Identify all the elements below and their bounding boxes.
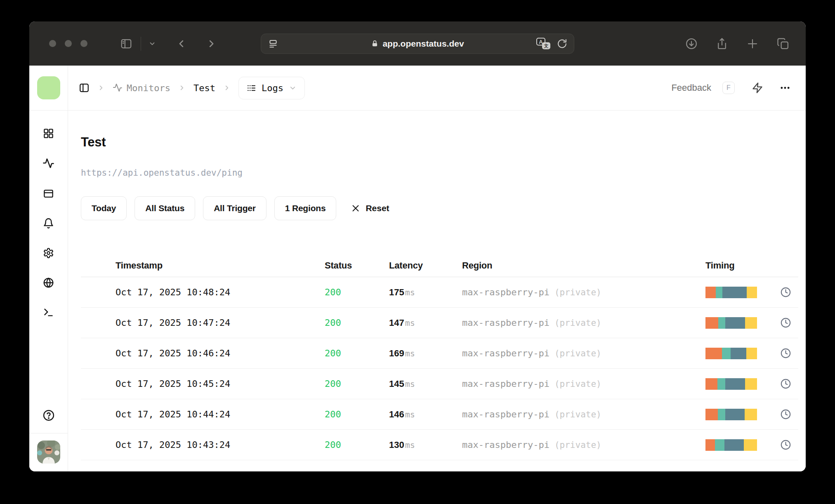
timing-segment — [744, 439, 757, 451]
table-row[interactable]: Oct 17, 2025 10:45:24 200 145ms max-rasp… — [81, 369, 798, 399]
forward-icon[interactable] — [205, 38, 217, 49]
timing-segment — [705, 348, 722, 359]
timing-bar — [705, 378, 757, 390]
timing-bar — [705, 348, 757, 359]
row-status-code: 200 — [325, 379, 389, 389]
row-latency-unit: ms — [405, 318, 415, 328]
panel-toggle-icon[interactable] — [79, 82, 90, 93]
row-region-visibility: (private) — [554, 379, 601, 389]
clock-icon[interactable] — [780, 409, 791, 420]
row-latency-value: 130 — [389, 440, 404, 450]
log-table-header: Timestamp Status Latency Region Timing — [81, 254, 798, 277]
breadcrumb-monitor-name[interactable]: Test — [193, 83, 215, 93]
downloads-icon[interactable] — [685, 38, 698, 50]
chevron-right-icon — [97, 84, 105, 92]
chevron-right-icon — [223, 84, 231, 92]
clock-icon[interactable] — [780, 317, 791, 328]
filter-regions[interactable]: 1 Regions — [274, 196, 337, 220]
filter-trigger[interactable]: All Trigger — [203, 196, 267, 220]
more-options-icon[interactable] — [779, 82, 791, 94]
zoom-button[interactable] — [80, 40, 87, 47]
table-row[interactable]: Oct 17, 2025 10:46:24 200 169ms max-rasp… — [81, 338, 798, 369]
row-region: max-raspberry-pi — [462, 440, 550, 450]
timing-segment — [746, 348, 757, 359]
row-timestamp: Oct 17, 2025 10:44:24 — [116, 409, 325, 419]
timing-segment — [716, 287, 722, 298]
reset-filters-button[interactable]: Reset — [351, 203, 389, 213]
table-row[interactable]: Oct 17, 2025 10:44:24 200 146ms max-rasp… — [81, 399, 798, 430]
row-latency-value: 146 — [389, 409, 404, 420]
col-timestamp: Timestamp — [116, 260, 325, 271]
sidebar-toggle-icon[interactable] — [120, 38, 132, 50]
workspace-logo[interactable] — [37, 76, 60, 99]
notifications-bell-icon[interactable] — [43, 218, 54, 229]
url-text: app.openstatus.dev — [382, 39, 464, 49]
share-icon[interactable] — [716, 38, 728, 50]
desktop-background: app.openstatus.dev A 文 — [0, 0, 835, 504]
help-circle-icon[interactable] — [42, 409, 55, 422]
table-row[interactable]: Oct 17, 2025 10:48:24 200 175ms max-rasp… — [81, 277, 798, 308]
timing-segment — [731, 348, 746, 359]
browser-toolbar: app.openstatus.dev A 文 — [29, 21, 806, 66]
toolbar-divider — [141, 37, 141, 51]
timing-segment — [705, 378, 717, 390]
new-tab-icon[interactable] — [746, 38, 759, 50]
row-latency-value: 175 — [389, 287, 404, 298]
view-selector-logs[interactable]: Logs — [238, 77, 305, 99]
row-status-code: 200 — [325, 318, 389, 328]
clock-icon[interactable] — [780, 287, 791, 298]
user-avatar[interactable] — [37, 440, 60, 464]
timing-segment — [725, 409, 745, 420]
app-sidebar — [29, 66, 68, 471]
address-bar[interactable]: app.openstatus.dev A 文 — [261, 33, 574, 54]
monitors-activity-icon[interactable] — [42, 158, 54, 170]
timing-segment — [722, 287, 747, 298]
row-latency-value: 145 — [389, 379, 404, 389]
status-pages-panel-icon[interactable] — [43, 188, 54, 199]
row-region: max-raspberry-pi — [462, 409, 550, 419]
minimize-button[interactable] — [65, 40, 72, 47]
timing-segment — [722, 348, 731, 359]
reload-icon[interactable] — [557, 38, 567, 49]
row-status-code: 200 — [325, 348, 389, 358]
timing-bar — [705, 409, 757, 420]
row-latency-unit: ms — [405, 410, 415, 419]
feedback-button[interactable]: Feedback — [671, 82, 711, 93]
clock-icon[interactable] — [780, 439, 791, 450]
filter-status[interactable]: All Status — [134, 196, 195, 220]
breadcrumb-monitors[interactable]: Monitors — [113, 83, 170, 93]
settings-gear-icon[interactable] — [43, 247, 54, 259]
row-region-visibility: (private) — [554, 440, 601, 450]
chevron-down-icon — [289, 84, 297, 92]
translate-icon[interactable]: A 文 — [536, 38, 550, 49]
row-status-code: 200 — [325, 287, 389, 297]
timing-segment — [745, 378, 757, 390]
chevron-right-icon — [178, 84, 186, 92]
table-row[interactable]: Oct 17, 2025 10:43:24 200 130ms max-rasp… — [81, 430, 798, 460]
reader-icon[interactable] — [268, 38, 278, 49]
row-latency-value: 147 — [389, 318, 404, 328]
tab-overview-icon[interactable] — [777, 38, 789, 50]
back-icon[interactable] — [176, 38, 187, 49]
domains-globe-icon[interactable] — [43, 277, 54, 288]
row-latency-unit: ms — [405, 379, 415, 389]
dashboard-grid-icon[interactable] — [43, 128, 54, 139]
clock-icon[interactable] — [780, 378, 791, 389]
terminal-cli-icon[interactable] — [43, 307, 54, 318]
sidebar-menu-chevron-icon[interactable] — [149, 40, 156, 47]
close-button[interactable] — [49, 40, 56, 47]
row-timestamp: Oct 17, 2025 10:43:24 — [116, 440, 325, 450]
filter-date[interactable]: Today — [81, 196, 127, 220]
timing-segment — [725, 317, 745, 329]
timing-segment — [705, 409, 718, 420]
row-region-visibility: (private) — [554, 410, 601, 419]
row-region: max-raspberry-pi — [462, 318, 550, 328]
lock-icon — [371, 40, 379, 47]
feedback-shortcut-badge: F — [722, 82, 735, 94]
table-row[interactable]: Oct 17, 2025 10:47:24 200 147ms max-rasp… — [81, 308, 798, 338]
col-latency: Latency — [389, 260, 462, 271]
endpoint-url: https://api.openstatus.dev/ping — [81, 167, 798, 178]
timing-bar — [705, 439, 757, 451]
clock-icon[interactable] — [780, 348, 791, 359]
command-zap-icon[interactable] — [752, 82, 763, 94]
